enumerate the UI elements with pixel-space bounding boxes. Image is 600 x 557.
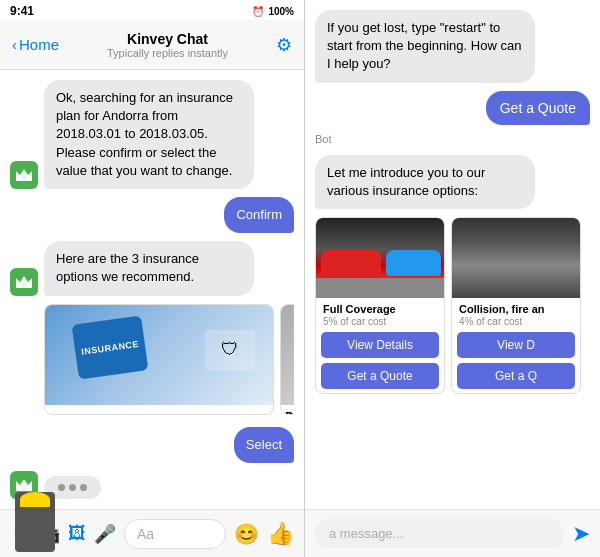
chat-name: Kinvey Chat	[67, 31, 268, 47]
right-card-quote-btn-2[interactable]: Get a Q	[457, 363, 575, 389]
chat-header-left: ‹ Home Kinvey Chat Typically replies ins…	[0, 20, 304, 70]
left-phone: 9:41 ⏰ 100% ‹ Home Kinvey Chat Typically…	[0, 0, 305, 557]
right-card-view-details-btn-1[interactable]: View Details	[321, 332, 439, 358]
user-message-row-1: Confirm	[10, 197, 294, 233]
bot-avatar-1	[10, 161, 38, 189]
svg-point-8	[27, 486, 32, 491]
right-bot-bubble-2: Let me introduce you to our various insu…	[315, 155, 535, 209]
bot-label: Bot	[315, 133, 590, 145]
user-bubble-select: Select	[234, 427, 294, 463]
right-card-collision: Collision, fire an 4% of car cost View D…	[451, 217, 581, 394]
status-icons-left: ⏰ 100%	[252, 6, 294, 17]
like-icon[interactable]: 👍	[267, 521, 294, 547]
right-card-img-cars	[316, 218, 445, 298]
back-chevron-icon: ‹	[12, 36, 17, 53]
back-label: Home	[19, 36, 59, 53]
insurance-sign-text: INSURANCE	[81, 338, 140, 356]
status-time-left: 9:41	[10, 4, 34, 18]
chat-area-right: If you get lost, type "restart" to start…	[305, 0, 600, 509]
right-bot-bubble-1: If you get lost, type "restart" to start…	[315, 10, 535, 83]
partial-card-content: Patric $28.4	[281, 405, 294, 415]
card-image-insurance: INSURANCE 🛡	[45, 305, 274, 405]
right-message-input[interactable]: a message...	[315, 519, 564, 548]
gallery-icon[interactable]: 🖼	[68, 523, 86, 544]
chat-subtitle: Typically replies instantly	[67, 47, 268, 59]
road-shape	[316, 278, 445, 298]
bot-message-row-1: Ok, searching for an insurance plan for …	[10, 80, 294, 189]
insurance-card-partial: Patric $28.4	[280, 304, 294, 415]
svg-point-7	[17, 486, 22, 491]
bot-avatar-2	[10, 268, 38, 296]
message-input[interactable]: Aa	[124, 519, 226, 549]
insurance-card-1: INSURANCE 🛡 Travel Medical Insurance $14…	[44, 304, 274, 415]
right-card-content-2: Collision, fire an 4% of car cost	[452, 298, 580, 327]
bot-bubble-2: Here are the 3 insurance options we reco…	[44, 241, 254, 295]
alarm-icon: ⏰	[252, 6, 264, 17]
back-button[interactable]: ‹ Home	[12, 36, 59, 53]
right-card-subtitle-2: 4% of car cost	[459, 316, 573, 327]
svg-point-2	[27, 175, 32, 180]
right-user-row-1: Get a Quote	[315, 91, 590, 125]
typing-dot-3	[80, 484, 87, 491]
typing-dot-2	[69, 484, 76, 491]
mic-icon[interactable]: 🎤	[94, 523, 116, 545]
car-red-shape	[321, 250, 381, 278]
header-center: Kinvey Chat Typically replies instantly	[67, 31, 268, 59]
right-bot-row-2: Let me introduce you to our various insu…	[315, 155, 590, 209]
insurance-sign: INSURANCE	[72, 315, 149, 379]
user-select-row: Select	[10, 427, 294, 463]
shield-decoration: 🛡	[221, 339, 239, 360]
right-card-img-fire	[452, 218, 581, 298]
typing-dot-1	[58, 484, 65, 491]
svg-point-1	[17, 175, 22, 180]
right-panel: If you get lost, type "restart" to start…	[305, 0, 600, 557]
status-bar-left: 9:41 ⏰ 100%	[0, 0, 304, 20]
svg-point-5	[27, 282, 32, 287]
svg-point-4	[17, 282, 22, 287]
car-blue-shape	[386, 250, 441, 276]
right-card-carousel: Full Coverage 5% of car cost View Detail…	[315, 217, 590, 394]
card-title-1: Travel Medical Insurance	[55, 412, 263, 415]
card-carousel: INSURANCE 🛡 Travel Medical Insurance $14…	[44, 304, 294, 415]
right-card-subtitle-1: 5% of car cost	[323, 316, 437, 327]
settings-gear-icon[interactable]: ⚙	[276, 34, 292, 56]
bot-bubble-1: Ok, searching for an insurance plan for …	[44, 80, 254, 189]
right-user-bubble-1[interactable]: Get a Quote	[486, 91, 590, 125]
partial-card-title: Patric	[285, 410, 294, 415]
input-bar-right: a message... ➤	[305, 509, 600, 557]
user-bubble-confirm: Confirm	[224, 197, 294, 233]
right-card-quote-btn-1[interactable]: Get a Quote	[321, 363, 439, 389]
right-card-full-coverage: Full Coverage 5% of car cost View Detail…	[315, 217, 445, 394]
right-card-title-1: Full Coverage	[323, 303, 437, 315]
card-content-1: Travel Medical Insurance $14.80	[45, 405, 273, 415]
right-card-content-1: Full Coverage 5% of car cost	[316, 298, 444, 327]
bot-message-row-2: Here are the 3 insurance options we reco…	[10, 241, 294, 295]
right-bot-row-1: If you get lost, type "restart" to start…	[315, 10, 590, 83]
emoji-icon[interactable]: 😊	[234, 522, 259, 546]
partial-card-image	[281, 305, 294, 405]
right-send-icon[interactable]: ➤	[572, 521, 590, 547]
right-card-view-details-btn-2[interactable]: View D	[457, 332, 575, 358]
card-decoration: 🛡	[205, 330, 255, 370]
battery-icon: 100%	[268, 6, 294, 17]
chat-area-left: Ok, searching for an insurance plan for …	[0, 70, 304, 509]
right-card-title-2: Collision, fire an	[459, 303, 573, 315]
